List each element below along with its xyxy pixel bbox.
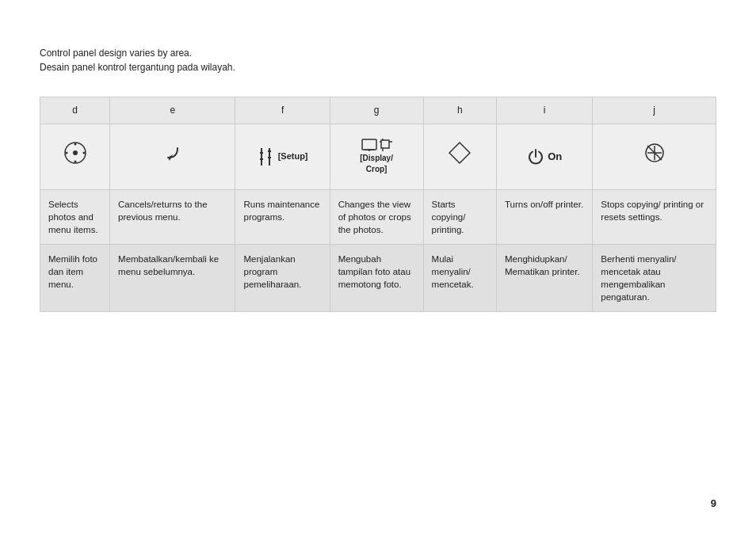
desc-h-id: Mulai menyalin/ mencetak. (423, 245, 496, 312)
back-icon (162, 142, 184, 164)
crop-icon (380, 139, 392, 151)
col-header-i: i (497, 97, 593, 124)
desc-e-en: Cancels/returns to the previous menu. (110, 189, 235, 244)
col-header-g: g (330, 97, 423, 124)
desc-f-id: Menjalankan program pemeliharaan. (235, 245, 330, 312)
power-icon (527, 148, 544, 166)
stop-icon (644, 143, 665, 163)
svg-rect-16 (381, 140, 389, 148)
desc-e-id: Membatalkan/kembali ke menu sebelumnya. (110, 245, 235, 312)
col-header-j: j (593, 97, 716, 124)
desc-d-id: Memilih foto dan item menu. (40, 245, 110, 312)
desc-g-id: Mengubah tampilan foto atau memotong fot… (330, 245, 423, 312)
desc-g-en: Changes the view of photos or crops the … (330, 189, 423, 244)
col-header-e: e (110, 97, 235, 124)
on-label: On (548, 150, 562, 164)
display-icon (361, 139, 377, 151)
svg-rect-13 (362, 139, 376, 150)
icon-h (423, 124, 496, 189)
page-number: 9 (711, 497, 716, 509)
select-icon (63, 141, 87, 165)
desc-j-id: Berhenti menyalin/ mencetak atau mengemb… (593, 245, 716, 312)
svg-marker-21 (449, 143, 470, 163)
svg-point-3 (74, 161, 76, 163)
control-panel-table: d e f g h i j (40, 97, 716, 312)
intro-section: Control panel design varies by area. Des… (40, 48, 716, 73)
icon-g: [Display/Crop] (330, 124, 423, 189)
svg-point-2 (74, 143, 76, 146)
setup-label: [Setup] (278, 150, 308, 162)
icon-e (110, 124, 235, 189)
svg-point-1 (73, 150, 78, 155)
intro-line1: Control panel design varies by area. (40, 48, 716, 59)
svg-point-5 (82, 152, 85, 154)
copy-icon (449, 142, 471, 164)
col-header-d: d (40, 97, 110, 124)
icon-j (593, 124, 716, 189)
intro-line2: Desain panel kontrol tergantung pada wil… (40, 62, 716, 73)
desc-f-en: Runs maintenance programs. (235, 189, 330, 244)
icon-i: On (497, 124, 593, 189)
desc-i-id: Menghidupkan/ Mematikan printer. (497, 245, 593, 312)
desc-i-en: Turns on/off printer. (497, 189, 593, 244)
svg-point-4 (65, 152, 67, 154)
desc-j-en: Stops copying/ printing or resets settin… (593, 189, 716, 244)
icon-f: [Setup] (235, 124, 330, 189)
icon-d (40, 124, 110, 189)
col-header-f: f (235, 97, 330, 124)
display-crop-label: [Display/Crop] (360, 153, 393, 175)
desc-h-en: Starts copying/ printing. (423, 189, 496, 244)
setup-icon (258, 147, 275, 167)
col-header-h: h (423, 97, 496, 124)
desc-d-en: Selects photos and menu items. (40, 189, 110, 244)
